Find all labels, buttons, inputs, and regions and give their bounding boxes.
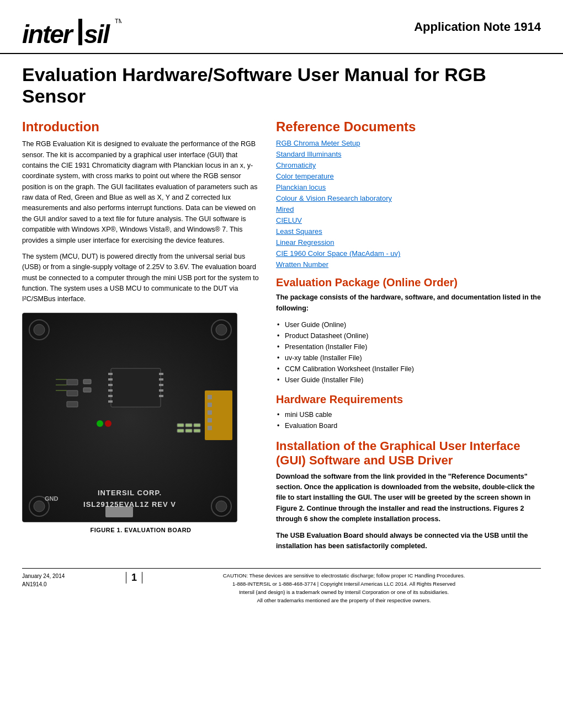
board-image: GND INTERSIL CORP.: [22, 313, 237, 522]
footer-right: CAUTION: These devices are sensitive to …: [147, 572, 541, 604]
ref-link-item[interactable]: Mired: [276, 205, 541, 213]
eval-pkg-item: Presentation (Installer File): [276, 341, 541, 352]
eval-pkg-item: uv-xy table (Installer File): [276, 352, 541, 363]
intro-paragraph-1: The RGB Evaluation Kit is designed to ev…: [22, 139, 259, 246]
eval-pkg-item: User Guide (Installer File): [276, 374, 541, 386]
ref-link-item[interactable]: Wratten Number: [276, 260, 541, 269]
svg-rect-13: [208, 395, 212, 399]
svg-text:inter: inter: [22, 20, 74, 49]
eval-pkg-desc: The package consists of the hardware, so…: [276, 292, 541, 314]
content-area: Introduction The RGB Evaluation Kit is d…: [0, 110, 563, 557]
svg-rect-44: [194, 424, 200, 427]
svg-rect-25: [159, 373, 163, 375]
svg-text:sil: sil: [84, 20, 110, 49]
svg-rect-27: [159, 384, 163, 386]
hw-req-list: mini USB cableEvaluation Board: [276, 409, 541, 431]
svg-text:GND: GND: [45, 495, 59, 502]
svg-rect-16: [208, 418, 212, 422]
board-overlay-text: INTERSIL CORP. ISL29125EVAL1Z REV V: [83, 488, 176, 511]
svg-rect-45: [177, 429, 184, 432]
svg-rect-23: [108, 395, 113, 397]
ref-link-item[interactable]: RGB Chroma Meter Setup: [276, 139, 541, 147]
svg-rect-34: [83, 388, 91, 392]
eval-pkg-heading: Evaluation Package (Online Order): [276, 276, 541, 289]
svg-rect-18: [111, 368, 161, 407]
header: inter sil TM Application Note 1914: [0, 0, 563, 54]
figure-caption: FIGURE 1. EVALUATION BOARD: [22, 527, 259, 533]
left-column: Introduction The RGB Evaluation Kit is d…: [22, 110, 259, 557]
intersil-logo: inter sil TM: [22, 15, 121, 49]
footer-doc-number: AN1914.0: [22, 580, 121, 588]
ref-link-item[interactable]: Linear Regression: [276, 238, 541, 247]
svg-rect-31: [67, 390, 78, 396]
ref-link-item[interactable]: Standard Illuminants: [276, 150, 541, 158]
svg-rect-29: [159, 395, 163, 397]
ref-link-item[interactable]: Color temperature: [276, 172, 541, 180]
svg-rect-32: [67, 402, 78, 407]
svg-point-7: [216, 324, 227, 335]
footer-trademark2: All other trademarks mentioned are the p…: [147, 597, 541, 605]
intro-heading: Introduction: [22, 119, 259, 135]
ref-links-list: RGB Chroma Meter SetupStandard Illuminan…: [276, 139, 541, 269]
install-p2: The USB Evaluation Board should always b…: [276, 531, 541, 552]
main-title: Evaluation Hardware/Software User Manual…: [0, 54, 563, 110]
svg-rect-24: [108, 400, 113, 403]
logo-svg: inter sil TM: [22, 15, 121, 49]
svg-rect-26: [159, 378, 163, 381]
eval-pkg-item: Product Datasheet (Online): [276, 330, 541, 341]
svg-rect-20: [108, 378, 113, 381]
right-column: Reference Documents RGB Chroma Meter Set…: [276, 110, 541, 557]
ref-link-item[interactable]: Least Squares: [276, 227, 541, 235]
svg-rect-42: [177, 424, 184, 427]
svg-rect-33: [83, 379, 91, 384]
board-line1: INTERSIL CORP.: [83, 488, 176, 499]
svg-text:TM: TM: [115, 18, 121, 24]
svg-rect-30: [67, 379, 78, 385]
footer-left: January 24, 2014 AN1914.0: [22, 572, 121, 588]
footer-phone: 1-888-INTERSIL or 1-888-468-3774 | Copyr…: [147, 580, 541, 588]
footer-trademark1: Intersil (and design) is a trademark own…: [147, 588, 541, 597]
svg-rect-15: [208, 410, 212, 415]
hw-req-item: Evaluation Board: [276, 420, 541, 431]
hw-req-item: mini USB cable: [276, 409, 541, 420]
eval-pkg-item: CCM Calibration Worksheet (Installer Fil…: [276, 363, 541, 374]
svg-point-11: [216, 501, 227, 512]
ref-link-item[interactable]: Colour & Vision Research laboratory: [276, 194, 541, 202]
svg-point-9: [34, 501, 45, 512]
svg-rect-17: [208, 426, 212, 430]
ref-link-item[interactable]: Planckian locus: [276, 183, 541, 191]
svg-rect-47: [194, 429, 200, 432]
svg-rect-19: [108, 373, 113, 375]
install-p1: Download the software from the link prov…: [276, 472, 541, 525]
svg-rect-46: [185, 429, 192, 432]
svg-rect-21: [108, 384, 113, 386]
svg-rect-28: [159, 389, 163, 392]
board-line2: ISL29125EVAL1Z REV V: [83, 499, 176, 511]
ref-link-item[interactable]: Chromaticity: [276, 161, 541, 169]
footer: January 24, 2014 AN1914.0 1 CAUTION: The…: [22, 568, 541, 604]
install-heading: Installation of the Graphical User Inter…: [276, 439, 541, 468]
ref-link-item[interactable]: CIELUV: [276, 216, 541, 224]
hw-req-heading: Hardware Requirements: [276, 393, 541, 406]
svg-point-40: [97, 420, 103, 427]
svg-rect-14: [208, 403, 212, 407]
footer-page-number: 1: [126, 572, 142, 584]
board-image-inner: GND INTERSIL CORP.: [23, 313, 237, 522]
ref-link-item[interactable]: CIE 1960 Color Space (MacAdam - uv): [276, 249, 541, 258]
eval-pkg-list: User Guide (Online)Product Datasheet (On…: [276, 319, 541, 386]
intro-paragraph-2: The system (MCU, DUT) is powered directl…: [22, 251, 259, 305]
footer-caution: CAUTION: These devices are sensitive to …: [147, 572, 541, 580]
logo-area: inter sil TM: [22, 15, 121, 49]
eval-pkg-item: User Guide (Online): [276, 319, 541, 330]
svg-rect-22: [108, 389, 113, 392]
app-note-title: Application Note 1914: [414, 20, 541, 34]
page: inter sil TM Application Note 1914 Evalu…: [0, 0, 563, 728]
svg-rect-43: [185, 424, 192, 427]
svg-point-5: [34, 324, 45, 335]
svg-point-41: [105, 420, 111, 427]
footer-date: January 24, 2014: [22, 572, 121, 580]
svg-rect-1: [78, 19, 82, 45]
ref-docs-heading: Reference Documents: [276, 119, 541, 135]
